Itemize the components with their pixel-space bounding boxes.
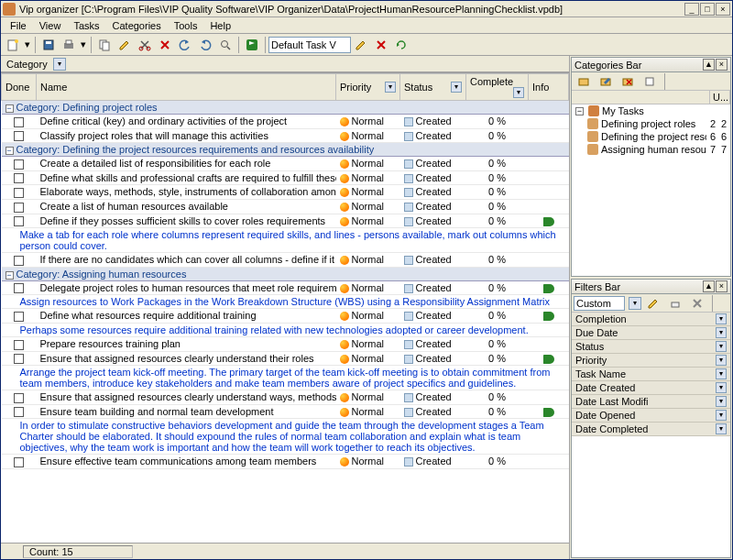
save-button[interactable]	[38, 36, 59, 54]
task-row[interactable]: Elaborate ways, methods, style, instrume…	[2, 185, 569, 200]
info-icon[interactable]	[543, 355, 554, 364]
task-row[interactable]: Define critical (key) and ordinary activ…	[2, 115, 569, 129]
chevron-down-icon[interactable]: ▾	[629, 297, 641, 310]
done-checkbox[interactable]	[14, 457, 24, 467]
panel-close-button[interactable]: ×	[716, 280, 728, 292]
panel-close-button[interactable]: ×	[716, 59, 728, 71]
print-button[interactable]	[59, 36, 79, 54]
chevron-down-icon[interactable]: ▾	[385, 82, 396, 93]
filter-row[interactable]: Date Opened▾	[572, 409, 730, 423]
done-checkbox[interactable]	[14, 256, 24, 266]
task-grid[interactable]: Done Name Priority▾ Status▾ Complete▾ In…	[1, 72, 569, 543]
done-checkbox[interactable]	[14, 393, 24, 403]
menu-tools[interactable]: Tools	[169, 19, 203, 32]
chevron-down-icon[interactable]: ▾	[513, 87, 524, 98]
tree-item[interactable]: Defining project roles22	[572, 117, 730, 130]
task-row[interactable]: Classify project roles that will manage …	[2, 128, 569, 143]
done-checkbox[interactable]	[14, 203, 24, 213]
edit-button[interactable]	[115, 36, 135, 54]
refresh-button[interactable]	[391, 36, 411, 54]
info-icon[interactable]	[543, 217, 554, 226]
panel-pin-button[interactable]: ▲	[703, 280, 715, 292]
task-row[interactable]: Ensure team building and normal team dev…	[2, 404, 569, 419]
task-row[interactable]: Create a list of human resources availab…	[2, 199, 569, 214]
task-row[interactable]: If there are no candidates which can cov…	[2, 253, 569, 268]
collapse-icon[interactable]: −	[5, 271, 14, 280]
tree-item[interactable]: Assigning human resources77	[572, 143, 730, 156]
menu-file[interactable]: File	[5, 19, 32, 32]
task-row[interactable]: Define what skills and professional craf…	[2, 170, 569, 185]
col-status[interactable]: Status▾	[400, 74, 466, 101]
redo-button[interactable]	[195, 36, 215, 54]
menu-categories[interactable]: Categories	[107, 19, 167, 32]
filter-row[interactable]: Date Completed▾	[572, 423, 730, 436]
filter-row[interactable]: Due Date▾	[572, 326, 730, 340]
chevron-down-icon[interactable]: ▾	[451, 82, 462, 93]
done-checkbox[interactable]	[14, 173, 24, 183]
filter-delete-button[interactable]	[687, 294, 707, 313]
collapse-icon[interactable]: −	[575, 107, 584, 115]
collapse-icon[interactable]: −	[5, 147, 14, 155]
filter-clear-button[interactable]	[665, 294, 685, 313]
done-checkbox[interactable]	[14, 312, 24, 322]
filter-row[interactable]: Date Last Modifi▾	[572, 395, 730, 409]
delete-button[interactable]	[155, 36, 175, 54]
task-row[interactable]: Ensure that assigned resources clearly u…	[2, 351, 569, 366]
menu-tasks[interactable]: Tasks	[68, 19, 104, 32]
info-icon[interactable]	[543, 312, 554, 321]
collapse-icon[interactable]: −	[5, 104, 14, 113]
menu-view[interactable]: View	[34, 19, 67, 32]
categories-tree[interactable]: U... − My Tasks Defining project roles22…	[572, 91, 730, 276]
default-task-combo[interactable]	[268, 37, 351, 53]
done-checkbox[interactable]	[14, 340, 24, 350]
task-row[interactable]: Prepare resources training planNormalCre…	[2, 336, 569, 351]
find-button[interactable]	[215, 36, 235, 54]
task-row[interactable]: Ensure that assigned resources clearly u…	[2, 390, 569, 405]
cat-new-button[interactable]	[574, 72, 594, 91]
col-complete[interactable]: Complete▾	[466, 74, 529, 101]
filter-preset-combo[interactable]	[574, 296, 625, 311]
chevron-down-icon[interactable]: ▾	[716, 355, 727, 366]
cut-button[interactable]	[135, 36, 155, 54]
info-icon[interactable]	[543, 408, 554, 417]
chevron-down-icon[interactable]: ▾	[716, 396, 727, 407]
filter-row[interactable]: Date Created▾	[572, 381, 730, 395]
done-checkbox[interactable]	[14, 354, 24, 364]
col-info[interactable]: Info	[529, 74, 569, 101]
filter-row[interactable]: Task Name▾	[572, 368, 730, 381]
done-checkbox[interactable]	[14, 159, 24, 170]
task-row[interactable]: Create a detailed list of responsibiliti…	[2, 157, 569, 171]
cat-del-button[interactable]	[618, 72, 638, 91]
new-db-dd[interactable]: ▾	[23, 36, 32, 54]
tree-root[interactable]: − My Tasks	[572, 104, 730, 117]
chevron-down-icon[interactable]: ▾	[716, 423, 727, 434]
filter-edit-button[interactable]	[643, 294, 663, 313]
menu-help[interactable]: Help	[204, 19, 236, 32]
task-row[interactable]: Define what resources require additional…	[2, 309, 569, 324]
minimize-button[interactable]: _	[684, 3, 699, 16]
category-row[interactable]: −Category: Defining project roles	[2, 101, 569, 115]
done-checkbox[interactable]	[14, 216, 24, 226]
chevron-down-icon[interactable]: ▾	[716, 368, 727, 379]
done-checkbox[interactable]	[14, 407, 24, 417]
cat-edit-button[interactable]	[596, 72, 616, 91]
col-name[interactable]: Name	[37, 74, 336, 101]
category-row[interactable]: −Category: Assigning human resources	[2, 267, 569, 280]
filter-row[interactable]: Status▾	[572, 340, 730, 354]
combo-edit-button[interactable]	[351, 36, 371, 54]
task-row[interactable]: Delegate project roles to human resource…	[2, 280, 569, 295]
panel-pin-button[interactable]: ▲	[703, 59, 715, 71]
done-checkbox[interactable]	[14, 283, 24, 293]
maximize-button[interactable]: □	[700, 3, 715, 16]
col-done[interactable]: Done	[2, 74, 37, 101]
task-row[interactable]: Ensure effective team communications amo…	[2, 455, 569, 469]
done-checkbox[interactable]	[14, 188, 24, 198]
category-row[interactable]: −Category: Defining the project resource…	[2, 143, 569, 157]
undo-button[interactable]	[175, 36, 195, 54]
done-checkbox[interactable]	[14, 117, 24, 127]
chevron-down-icon[interactable]: ▾	[716, 313, 727, 324]
filter-category-dd[interactable]: ▾	[53, 58, 66, 71]
cat-props-button[interactable]	[640, 72, 660, 91]
info-icon[interactable]	[543, 284, 554, 293]
col-priority[interactable]: Priority▾	[336, 74, 400, 101]
